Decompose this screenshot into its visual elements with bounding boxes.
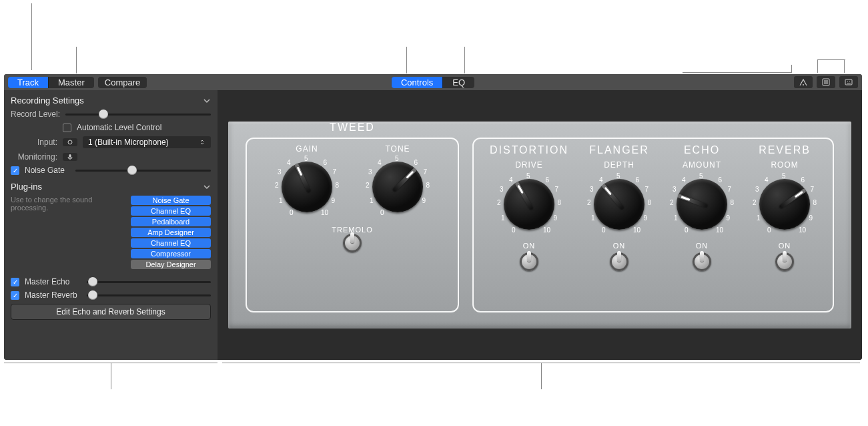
plugin-list: Noise Gate Channel EQ Pedalboard Amp Des… xyxy=(131,196,211,269)
svg-rect-6 xyxy=(847,81,848,81)
gain-knob[interactable]: 0 1 2 3 4 5 6 7 8 9 10 xyxy=(275,155,339,219)
depth-knob[interactable]: 012345678910 xyxy=(587,172,651,236)
input-channel-button[interactable] xyxy=(63,138,77,146)
master-reverb-label: Master Reverb xyxy=(25,290,81,300)
svg-rect-5 xyxy=(845,79,852,85)
knob-label: GAIN xyxy=(296,144,318,154)
record-level-label: Record Level: xyxy=(11,110,60,119)
auto-level-row: Automatic Level Control xyxy=(11,123,211,132)
compare-button[interactable]: Compare xyxy=(98,77,147,88)
svg-point-0 xyxy=(803,84,804,85)
amount-knob[interactable]: 012345678910 xyxy=(670,172,734,236)
master-echo-row: ✓ Master Echo xyxy=(11,277,211,286)
plugin-item[interactable]: Noise Gate xyxy=(131,196,211,205)
effects-panel: DISTORTION DRIVE 012345678910 ON FLANGER xyxy=(472,138,834,312)
drive-knob[interactable]: 012345678910 xyxy=(497,172,561,236)
svg-rect-7 xyxy=(849,81,850,81)
input-select[interactable]: 1 (Built-in Microphone) xyxy=(83,136,211,148)
mic-icon xyxy=(67,154,73,160)
master-reverb-slider[interactable] xyxy=(87,294,211,296)
plugin-item[interactable]: Pedalboard xyxy=(131,217,211,226)
reverb-switch[interactable] xyxy=(775,252,794,271)
effect-title: FLANGER xyxy=(589,144,649,156)
panel-title: TWEED xyxy=(330,122,375,134)
master-echo-label: Master Echo xyxy=(25,277,81,286)
effect-title: ECHO xyxy=(684,144,720,156)
chevron-down-icon xyxy=(203,183,211,191)
smart-controls-window: Track Master Compare Controls EQ Recordi… xyxy=(4,74,862,360)
amp-icon[interactable] xyxy=(817,76,835,88)
toolbar: Track Master Compare Controls EQ xyxy=(4,74,862,90)
noise-gate-slider[interactable] xyxy=(75,170,211,172)
monitoring-button[interactable] xyxy=(63,153,77,161)
flanger-switch[interactable] xyxy=(610,252,628,271)
on-label: ON xyxy=(613,242,626,250)
knob-label: DEPTH xyxy=(604,160,634,170)
noise-gate-label: Noise Gate xyxy=(25,166,70,175)
distortion-switch[interactable] xyxy=(520,252,538,271)
master-button[interactable]: Master xyxy=(49,77,94,88)
auto-level-checkbox[interactable] xyxy=(63,124,71,132)
section-title: Recording Settings xyxy=(11,95,84,105)
svg-rect-10 xyxy=(69,154,71,158)
pedalboard-icon[interactable] xyxy=(839,76,858,88)
chevron-updown-icon xyxy=(199,139,205,146)
effect-title: DISTORTION xyxy=(490,144,568,156)
monitoring-label: Monitoring: xyxy=(11,152,57,162)
inspector-sidebar: Recording Settings Record Level: Automat… xyxy=(4,90,218,360)
on-label: ON xyxy=(779,242,791,250)
svg-rect-8 xyxy=(847,83,851,83)
master-reverb-row: ✓ Master Reverb xyxy=(11,290,211,300)
plugins-header[interactable]: Plug-ins xyxy=(11,182,211,192)
master-echo-slider[interactable] xyxy=(87,281,211,283)
controls-button[interactable]: Controls xyxy=(392,77,443,88)
plugin-item[interactable]: Delay Designer xyxy=(131,260,211,269)
knob-label: TONE xyxy=(385,144,410,154)
eq-button[interactable]: EQ xyxy=(443,77,474,88)
on-label: ON xyxy=(696,242,709,250)
input-label: Input: xyxy=(11,138,57,147)
knob-label: ROOM xyxy=(771,160,798,170)
tremolo-switch[interactable] xyxy=(343,234,362,252)
svg-point-9 xyxy=(68,140,72,144)
plugin-item[interactable]: Channel EQ xyxy=(131,206,211,216)
on-label: ON xyxy=(523,242,536,250)
effect-title: REVERB xyxy=(759,144,811,156)
auto-level-label: Automatic Level Control xyxy=(77,123,161,132)
plugin-item[interactable]: Compressor xyxy=(131,249,211,258)
view-segment: Controls EQ xyxy=(392,77,474,88)
plugins-note: Use to change the sound processing. xyxy=(11,196,104,212)
track-button[interactable]: Track xyxy=(8,77,49,88)
input-row: Input: 1 (Built-in Microphone) xyxy=(11,136,211,148)
amp-faceplate: TWEED GAIN 0 1 2 3 4 5 xyxy=(228,122,851,329)
tuner-icon[interactable] xyxy=(794,76,813,88)
section-title: Plug-ins xyxy=(11,182,42,192)
edit-echo-reverb-button[interactable]: Edit Echo and Reverb Settings xyxy=(11,304,211,320)
record-level-slider[interactable] xyxy=(65,114,211,116)
echo-switch[interactable] xyxy=(693,252,711,271)
amp-panel: TWEED GAIN 0 1 2 3 4 5 xyxy=(246,138,459,312)
master-echo-checkbox[interactable]: ✓ xyxy=(11,278,19,286)
recording-settings-header[interactable]: Recording Settings xyxy=(11,95,211,105)
controls-area: TWEED GAIN 0 1 2 3 4 5 xyxy=(218,90,862,360)
noise-gate-row: ✓ Noise Gate xyxy=(11,166,211,175)
input-value: 1 (Built-in Microphone) xyxy=(88,138,169,147)
noise-gate-checkbox[interactable]: ✓ xyxy=(11,166,19,175)
master-reverb-checkbox[interactable]: ✓ xyxy=(11,291,19,300)
chevron-down-icon xyxy=(203,97,211,105)
tone-knob[interactable]: 0 1 2 3 4 5 6 7 8 9 xyxy=(366,155,430,219)
plugin-item[interactable]: Channel EQ xyxy=(131,238,211,248)
knob-label: AMOUNT xyxy=(683,160,721,170)
monitoring-row: Monitoring: xyxy=(11,152,211,162)
plugin-item[interactable]: Amp Designer xyxy=(131,228,211,237)
room-knob[interactable]: 012345678910 xyxy=(753,172,817,236)
record-level-row: Record Level: xyxy=(11,110,211,119)
track-master-segment: Track Master xyxy=(8,77,94,88)
knob-label: DRIVE xyxy=(515,160,543,170)
